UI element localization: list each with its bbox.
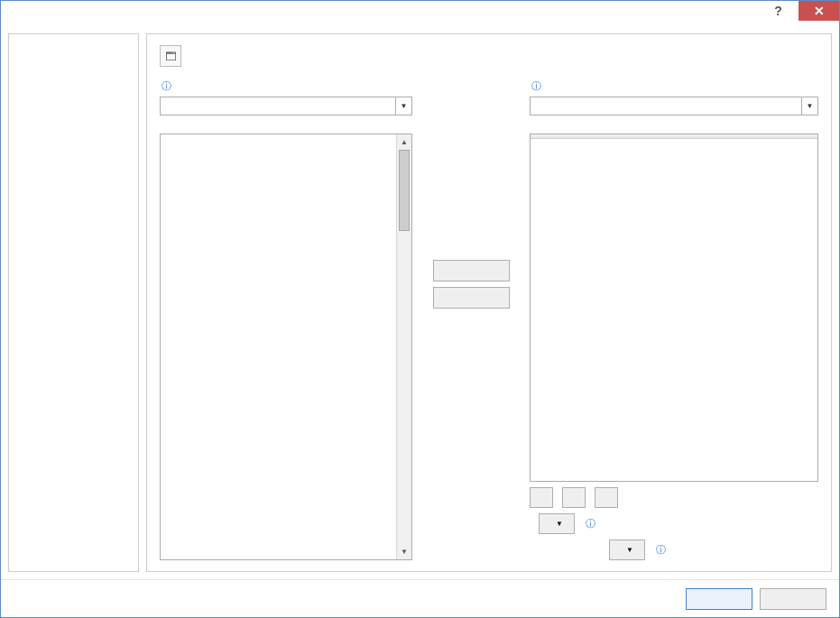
customize-ribbon-label: ⓘ [530, 79, 818, 93]
transfer-buttons [430, 79, 512, 560]
commands-listbox[interactable]: ▲ ▼ [160, 134, 412, 560]
ribbon-bottom-controls: ▼ ⓘ ▼ ⓘ [530, 487, 818, 560]
ribbon-column: ⓘ ▼ ▲ ▼ [530, 79, 818, 560]
remove-button[interactable] [433, 287, 510, 309]
chevron-down-icon: ▼ [801, 97, 817, 115]
help-button[interactable]: ? [758, 1, 798, 21]
chevron-down-icon: ▼ [395, 97, 411, 115]
close-button[interactable]: ✕ [798, 1, 839, 21]
ribbon-tree[interactable] [530, 134, 818, 482]
reset-button[interactable]: ▼ [539, 513, 575, 534]
info-icon[interactable]: ⓘ [656, 543, 666, 557]
titlebar-buttons: ? ✕ [758, 1, 839, 21]
scroll-thumb[interactable] [399, 150, 410, 231]
scroll-up-button[interactable]: ▲ [397, 134, 411, 150]
choose-commands-dropdown[interactable]: ▼ [160, 97, 412, 115]
scroll-down-button[interactable]: ▼ [397, 544, 411, 559]
info-icon[interactable]: ⓘ [531, 80, 541, 91]
ribbon-icon: 🗔 [160, 45, 181, 67]
titlebar: ? ✕ [1, 1, 839, 26]
commands-column: ⓘ ▼ ▲ ▼ [160, 79, 412, 560]
panel-header: 🗔 [160, 45, 818, 67]
dialog-footer [1, 579, 839, 617]
options-dialog: ? ✕ 🗔 ⓘ ▼ [0, 0, 840, 618]
import-export-button[interactable]: ▼ [609, 540, 645, 560]
dialog-body: 🗔 ⓘ ▼ ▲ [1, 26, 839, 579]
columns: ⓘ ▼ ▲ ▼ [160, 79, 818, 560]
scrollbar[interactable]: ▲ ▼ [396, 134, 411, 559]
ok-button[interactable] [686, 588, 752, 610]
new-tab-button[interactable] [530, 487, 553, 508]
nav-sidebar [8, 33, 139, 572]
rename-button[interactable] [595, 487, 618, 508]
add-button[interactable] [433, 260, 510, 281]
caret-down-icon: ▼ [626, 546, 633, 554]
new-group-button[interactable] [562, 487, 586, 508]
choose-commands-label: ⓘ [160, 79, 412, 93]
main-panel: 🗔 ⓘ ▼ ▲ [146, 33, 832, 572]
info-icon[interactable]: ⓘ [162, 80, 171, 91]
caret-down-icon: ▼ [556, 520, 563, 528]
cancel-button[interactable] [760, 588, 826, 610]
customize-ribbon-dropdown[interactable]: ▼ [530, 97, 818, 115]
info-icon[interactable]: ⓘ [586, 517, 595, 530]
